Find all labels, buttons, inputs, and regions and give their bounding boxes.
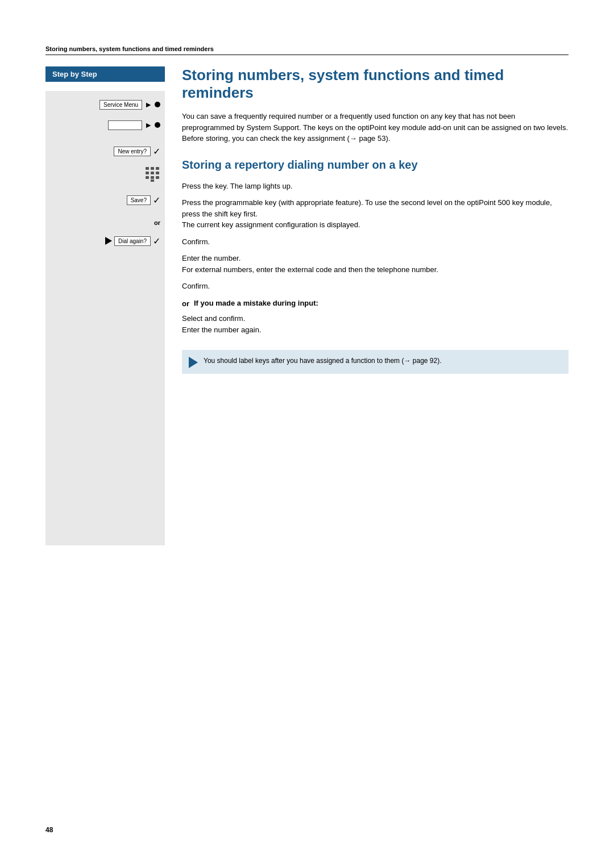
step-dial-again: Dial again? ✓ bbox=[50, 233, 160, 249]
main-content: Storing numbers, system functions and ti… bbox=[171, 66, 569, 545]
note-arrow-icon bbox=[189, 357, 198, 368]
note-text: You should label keys after you have ass… bbox=[204, 356, 442, 366]
instr-mistake-text: If you made a mistake during input: bbox=[194, 298, 569, 309]
sidebar-steps: Service Menu ► ► New entry? ✓ bbox=[45, 91, 165, 545]
dial-again-label: Dial again? bbox=[114, 236, 151, 246]
keypad-icon bbox=[144, 166, 160, 182]
breadcrumb: Storing numbers, system functions and ti… bbox=[45, 45, 569, 55]
sidebar: Step by Step Service Menu ► ► New en bbox=[45, 66, 171, 545]
instr-enter-number-text: Enter the number.For external numbers, e… bbox=[182, 253, 569, 275]
instruction-confirm-save: Confirm. bbox=[182, 281, 569, 292]
note-box: You should label keys after you have ass… bbox=[182, 350, 569, 374]
save-label: Save? bbox=[127, 195, 151, 205]
step-enter-number bbox=[50, 166, 160, 182]
or-text: or bbox=[154, 219, 160, 226]
bullet-icon-1 bbox=[155, 102, 160, 107]
instruction-press-key: Press the key. The lamp lights up. bbox=[182, 181, 569, 192]
main-title: Storing numbers, system functions and ti… bbox=[182, 66, 569, 102]
arrow-icon-1: ► bbox=[144, 100, 152, 109]
step-save: Save? ✓ bbox=[50, 192, 160, 208]
svg-rect-5 bbox=[156, 172, 159, 174]
new-entry-label: New entry? bbox=[114, 147, 151, 156]
svg-rect-4 bbox=[151, 172, 154, 174]
page-container: Storing numbers, system functions and ti… bbox=[0, 0, 614, 868]
two-col-layout: Step by Step Service Menu ► ► New en bbox=[45, 66, 569, 545]
svg-rect-8 bbox=[156, 176, 159, 179]
service-menu-label: Service Menu bbox=[99, 100, 142, 110]
instruction-confirm-new: Confirm. bbox=[182, 236, 569, 248]
check-icon-1: ✓ bbox=[153, 146, 160, 157]
svg-rect-7 bbox=[151, 176, 154, 179]
svg-rect-6 bbox=[146, 176, 149, 179]
step-or: or bbox=[50, 215, 160, 231]
step-programmable-key: ► bbox=[50, 117, 160, 133]
programmable-key-label bbox=[108, 120, 142, 130]
svg-rect-2 bbox=[156, 167, 159, 170]
step-new-entry: New entry? ✓ bbox=[50, 143, 160, 159]
or-label-text: or bbox=[182, 298, 189, 308]
arrow-icon-2: ► bbox=[144, 120, 152, 130]
instruction-or-mistake: or If you made a mistake during input: bbox=[182, 298, 569, 309]
check-icon-2: ✓ bbox=[153, 195, 160, 206]
step-by-step-header: Step by Step bbox=[45, 66, 165, 82]
section-title: Storing a repertory dialing number on a … bbox=[182, 158, 569, 172]
page-number: 48 bbox=[45, 826, 53, 834]
check-icon-3: ✓ bbox=[153, 236, 160, 247]
breadcrumb-text: Storing numbers, system functions and ti… bbox=[45, 45, 214, 52]
svg-rect-3 bbox=[146, 172, 149, 174]
bullet-icon-2 bbox=[155, 122, 160, 128]
instr-press-programmable-text: Press the programmable key (with appropr… bbox=[182, 197, 569, 231]
instr-press-key-text: Press the key. The lamp lights up. bbox=[182, 181, 569, 192]
instr-confirm-save-text: Confirm. bbox=[182, 281, 569, 292]
svg-rect-0 bbox=[146, 167, 149, 170]
triangle-icon bbox=[105, 237, 112, 245]
instruction-dial-again: Select and confirm.Enter the number agai… bbox=[182, 313, 569, 335]
svg-rect-1 bbox=[151, 167, 154, 170]
intro-text: You can save a frequently required numbe… bbox=[182, 111, 569, 144]
instr-confirm-new-text: Confirm. bbox=[182, 236, 569, 248]
instructions-list: Press the key. The lamp lights up. Press… bbox=[182, 181, 569, 341]
instruction-enter-number: Enter the number.For external numbers, e… bbox=[182, 253, 569, 275]
instruction-press-programmable: Press the programmable key (with appropr… bbox=[182, 197, 569, 231]
instr-dial-again-text: Select and confirm.Enter the number agai… bbox=[182, 313, 569, 335]
step-service-menu: Service Menu ► bbox=[50, 97, 160, 112]
